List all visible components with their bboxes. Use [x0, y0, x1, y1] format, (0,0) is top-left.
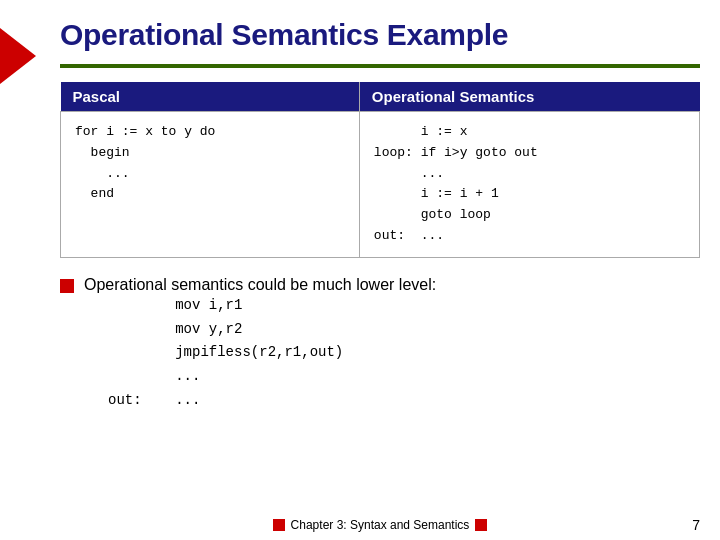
arrow-icon	[0, 28, 36, 84]
table-header-pascal: Pascal	[61, 82, 360, 112]
table-row: for i := x to y do begin ... end i := x …	[61, 112, 700, 258]
footer-bullet-right	[475, 519, 487, 531]
footer: Chapter 3: Syntax and Semantics 7	[40, 518, 720, 532]
page-title: Operational Semantics Example	[60, 18, 700, 52]
table-header-semantics: Operational Semantics	[359, 82, 699, 112]
bullet-icon	[60, 279, 74, 293]
left-arrow-decoration	[0, 0, 40, 540]
footer-page-number: 7	[692, 517, 700, 533]
bullet-content-wrapper: Operational semantics could be much lowe…	[84, 276, 436, 413]
bullet-section: Operational semantics could be much lowe…	[60, 276, 700, 413]
divider-line	[60, 64, 700, 68]
semantics-table: Pascal Operational Semantics for i := x …	[60, 82, 700, 258]
footer-bullet-left	[273, 519, 285, 531]
bullet-label: Operational semantics could be much lowe…	[84, 276, 436, 293]
table-cell-semantics: i := x loop: if i>y goto out ... i := i …	[359, 112, 699, 258]
footer-chapter-text: Chapter 3: Syntax and Semantics	[291, 518, 470, 532]
main-content: Operational Semantics Example Pascal Ope…	[40, 0, 720, 540]
table-cell-pascal: for i := x to y do begin ... end	[61, 112, 360, 258]
bullet-code: mov i,r1 mov y,r2 jmpifless(r2,r1,out) .…	[108, 294, 436, 413]
